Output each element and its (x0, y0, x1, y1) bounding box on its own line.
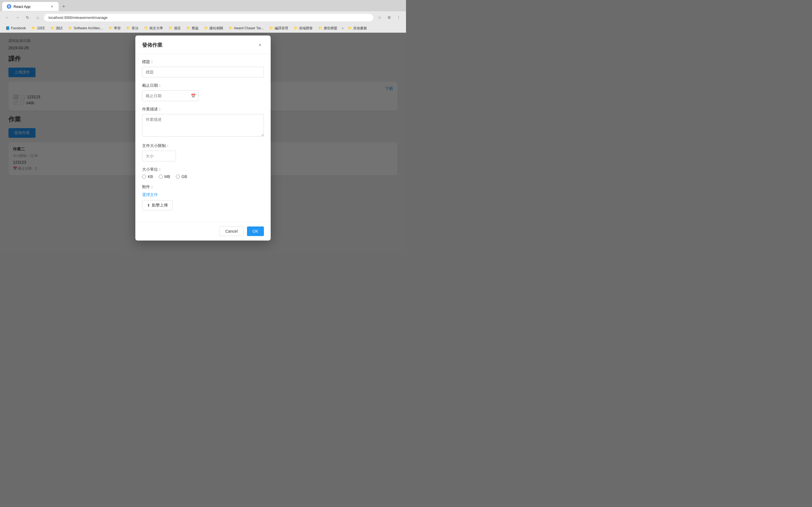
others-folder-icon: 📁 (348, 26, 352, 30)
description-field-group: 作業描述： (142, 107, 264, 138)
upload-button[interactable]: ⬆ 點擊上傳 (142, 200, 172, 210)
deadline-input[interactable] (142, 91, 199, 101)
address-bar: ← → ↻ ⌂ localhost:3000/releasement/manag… (0, 11, 406, 24)
bookmark-test[interactable]: 📁 測試 (48, 25, 65, 31)
unit-radio-group: KB MB GB (142, 174, 264, 179)
website-folder-icon: 📁 (204, 26, 208, 30)
bookmark-frontend[interactable]: 📁 前端開發 (292, 25, 315, 31)
tab-bar: R React App ✕ + (0, 0, 406, 11)
bookmark-j2ee[interactable]: 📁 J2EE (29, 25, 47, 31)
extensions-icon[interactable]: ⚙ (385, 13, 393, 21)
unit-gb-radio[interactable] (176, 175, 180, 179)
file-size-input[interactable] (142, 151, 176, 161)
bookmark-algorithm[interactable]: 📁 算法 (124, 25, 141, 31)
modal-close-button[interactable]: × (256, 41, 264, 49)
browser-chrome: R React App ✕ + ← → ↻ ⌂ localhost:3000/r… (0, 0, 406, 33)
tab-title: React App (13, 4, 31, 9)
hotel-folder-icon: 📁 (168, 26, 173, 30)
j2ee-folder-icon: 📁 (32, 26, 36, 30)
software-folder-icon: 📁 (68, 26, 72, 30)
description-label: 作業描述： (142, 107, 264, 112)
bookmark-nanjing[interactable]: 📁 南京大學 (142, 25, 165, 31)
award-folder-icon: 📁 (229, 26, 233, 30)
file-size-field-group: 文件大小限制： (142, 144, 264, 161)
attachment-label: 附件： (142, 184, 264, 189)
home-button[interactable]: ⌂ (34, 13, 42, 21)
algorithm-folder-icon: 📁 (126, 26, 131, 30)
study-folder-icon: 📁 (109, 26, 113, 30)
back-button[interactable]: ← (3, 13, 11, 21)
unit-label: 大小單位： (142, 167, 264, 172)
bookmark-icon[interactable]: ☆ (375, 13, 384, 21)
bookmark-crawler[interactable]: 📁 爬蟲 (184, 25, 201, 31)
date-input-wrapper: 📅 (142, 91, 199, 101)
modal-overlay: 發佈作業 × 標題： 截止日期： 📅 (0, 33, 406, 253)
upload-button-label: 點擊上傳 (152, 203, 168, 208)
crawler-folder-icon: 📁 (186, 26, 191, 30)
modal-body: 標題： 截止日期： 📅 作業描述： (135, 54, 271, 222)
modal-header: 發佈作業 × (135, 36, 271, 54)
title-label: 標題： (142, 59, 264, 64)
test-folder-icon: 📁 (50, 26, 55, 30)
page-content: 課程結束日期 2019-03-29 課件 上傳課件 下載 ⬜ 123123 📄 … (0, 33, 406, 253)
new-tab-button[interactable]: + (60, 3, 68, 10)
menu-icon[interactable]: ⋮ (395, 13, 403, 21)
attachment-section: 附件： 選擇文件 ⬆ 點擊上傳 (142, 184, 264, 210)
compiler-folder-icon: 📁 (269, 26, 273, 30)
toolbar-icons: ☆ ⚙ ⋮ (375, 13, 403, 21)
description-textarea[interactable] (142, 114, 264, 136)
nanjing-folder-icon: 📁 (144, 26, 148, 30)
bookmark-software-arch[interactable]: 📁 Software Architec... (66, 25, 105, 31)
modal-title: 發佈作業 (142, 42, 162, 48)
frontend-folder-icon: 📁 (294, 26, 298, 30)
deadline-label: 截止日期： (142, 83, 264, 88)
publish-homework-modal: 發佈作業 × 標題： 截止日期： 📅 (135, 36, 271, 240)
upload-icon: ⬆ (147, 203, 150, 208)
tab-close-button[interactable]: ✕ (50, 4, 54, 9)
title-field-group: 標題： (142, 59, 264, 77)
unit-kb-radio[interactable] (142, 175, 146, 179)
bookmark-hotel[interactable]: 📁 酒店 (166, 25, 183, 31)
facebook-icon: 📘 (6, 26, 10, 30)
unit-gb-option[interactable]: GB (176, 174, 187, 179)
forward-button[interactable]: → (13, 13, 21, 21)
bookmark-others[interactable]: 📁 其他書籤 (346, 25, 369, 31)
modal-footer: Cancel OK (135, 222, 271, 240)
title-input[interactable] (142, 67, 264, 77)
bookmarks-bar: 📘 Facebook 📁 J2EE 📁 測試 📁 Software Archit… (0, 24, 406, 33)
bookmark-ads[interactable]: 📁 廣告聯盟 (316, 25, 340, 31)
unit-kb-option[interactable]: KB (142, 174, 153, 179)
deadline-field-group: 截止日期： 📅 (142, 83, 264, 101)
url-input[interactable]: localhost:3000/releasement/manage (44, 14, 373, 21)
bookmark-facebook[interactable]: 📘 Facebook (3, 25, 28, 31)
bookmark-award[interactable]: 📁 Award Chaser Tar... (226, 25, 266, 31)
bookmark-website[interactable]: 📁 建站相關 (202, 25, 225, 31)
unit-mb-option[interactable]: MB (159, 174, 170, 179)
refresh-button[interactable]: ↻ (24, 13, 32, 21)
active-tab[interactable]: R React App ✕ (2, 2, 59, 11)
cancel-button[interactable]: Cancel (219, 226, 244, 236)
ok-button[interactable]: OK (247, 226, 264, 236)
ads-folder-icon: 📁 (318, 26, 322, 30)
tab-favicon: R (7, 4, 11, 9)
bookmark-compiler[interactable]: 📁 編譯原理 (267, 25, 290, 31)
unit-mb-radio[interactable] (159, 175, 163, 179)
file-size-label: 文件大小限制： (142, 144, 264, 149)
bookmarks-overflow[interactable]: » (342, 26, 344, 30)
unit-field-group: 大小單位： KB MB GB (142, 167, 264, 179)
bookmark-study[interactable]: 📁 學習 (106, 25, 123, 31)
choose-file-link[interactable]: 選擇文件 (142, 192, 264, 198)
calendar-icon[interactable]: 📅 (191, 94, 196, 98)
